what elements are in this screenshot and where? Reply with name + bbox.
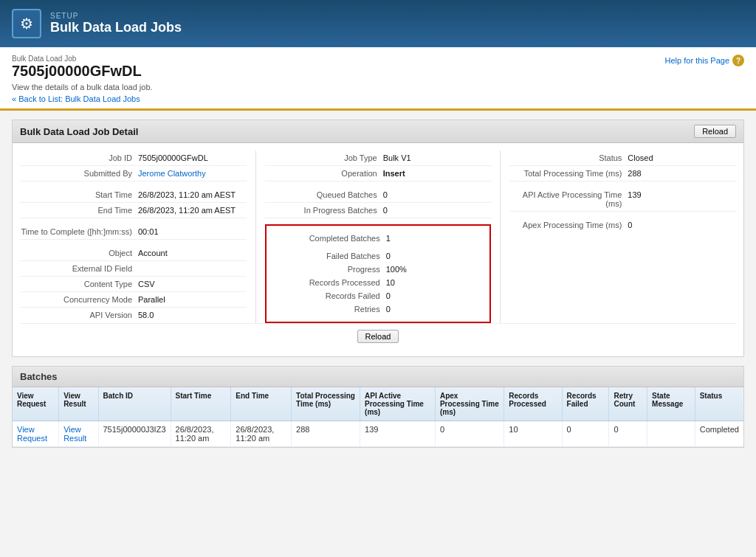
object-label: Object xyxy=(20,249,138,257)
right-column: Status Closed Total Processing Time (ms)… xyxy=(501,151,736,323)
concurrency-mode-value: Parallel xyxy=(138,295,165,304)
cell-batch-id: 7515j00000J3IZ3 xyxy=(98,421,171,447)
end-time-label: End Time xyxy=(20,206,138,215)
time-to-complete-row: Time to Complete ([hh:]mm:ss) 00:01 xyxy=(20,224,247,240)
operation-label: Operation xyxy=(265,169,383,178)
batches-tbody: View Request View Result 7515j00000J3IZ3… xyxy=(13,421,743,447)
records-failed-label: Records Failed xyxy=(275,291,386,300)
total-processing-time-value: 288 xyxy=(628,169,641,178)
api-active-processing-time-label: API Active Processing Time (ms) xyxy=(509,190,628,208)
completed-batches-label: Completed Batches xyxy=(275,234,386,243)
col-start-time: Start Time xyxy=(171,387,231,421)
completed-batches-row: Completed Batches 1 xyxy=(275,232,481,245)
api-version-row: API Version 58.0 xyxy=(20,308,247,322)
api-version-label: API Version xyxy=(20,311,138,319)
submitted-by-link[interactable]: Jerome Clatworthy xyxy=(138,169,206,178)
records-processed-label: Records Processed xyxy=(275,278,386,287)
apex-processing-time-value: 0 xyxy=(628,221,632,229)
start-time-value: 26/8/2023, 11:20 am AEST xyxy=(138,190,236,199)
content-type-label: Content Type xyxy=(20,280,138,288)
col-view-result: View Result xyxy=(59,387,98,421)
center-reload: Reload xyxy=(20,323,736,349)
completed-batches-value: 1 xyxy=(386,234,391,243)
api-active-processing-time-value: 139 xyxy=(628,190,641,199)
highlight-box: Completed Batches 1 Failed Batches 0 Pro… xyxy=(265,224,492,323)
submitted-by-value: Jerome Clatworthy xyxy=(138,169,206,178)
content-type-row: Content Type CSV xyxy=(20,277,247,292)
object-row: Object Account xyxy=(20,246,247,261)
cell-apex-processing-time: 0 xyxy=(435,421,504,447)
cell-state-message xyxy=(647,421,695,447)
job-type-label: Job Type xyxy=(265,153,383,162)
cell-status: Completed xyxy=(695,421,743,447)
object-value: Account xyxy=(138,249,168,257)
in-progress-batches-label: In Progress Batches xyxy=(265,206,383,215)
gear-icon: ⚙ xyxy=(20,15,33,32)
submitted-by-row: Submitted By Jerome Clatworthy xyxy=(20,166,247,181)
failed-batches-row: Failed Batches 0 xyxy=(275,249,481,263)
col-total-processing-time: Total Processing Time (ms) xyxy=(292,387,360,421)
cell-records-processed: 10 xyxy=(504,421,562,447)
reload-button-bottom[interactable]: Reload xyxy=(357,330,399,343)
col-end-time: End Time xyxy=(231,387,292,421)
main-content: Bulk Data Load Job Detail Reload Job ID … xyxy=(0,111,756,466)
external-id-row: External ID Field xyxy=(20,261,247,277)
time-to-complete-value: 00:01 xyxy=(138,227,159,236)
total-processing-time-label: Total Processing Time (ms) xyxy=(509,169,628,178)
operation-value: Insert xyxy=(383,169,405,178)
failed-batches-value: 0 xyxy=(386,252,391,260)
breadcrumb-right: Help for this Page ? xyxy=(665,55,744,66)
header-title: Bulk Data Load Jobs xyxy=(50,20,182,35)
queued-batches-label: Queued Batches xyxy=(265,190,383,199)
retries-row: Retries 0 xyxy=(275,302,481,316)
left-column: Job ID 7505j00000GFwDL Submitted By Jero… xyxy=(20,151,256,323)
end-time-row: End Time 26/8/2023, 11:20 am AEST xyxy=(20,203,247,218)
breadcrumb-left: Bulk Data Load Job 7505j00000GFwDL xyxy=(12,55,142,80)
col-records-processed: Records Processed xyxy=(504,387,562,421)
detail-layout: Job ID 7505j00000GFwDL Submitted By Jero… xyxy=(20,151,736,323)
help-link-text: Help for this Page xyxy=(665,56,729,65)
reload-button-top[interactable]: Reload xyxy=(694,125,736,138)
concurrency-mode-label: Concurrency Mode xyxy=(20,295,138,304)
records-failed-row: Records Failed 0 xyxy=(275,289,481,302)
api-active-processing-time-row: API Active Processing Time (ms) 139 xyxy=(509,187,736,212)
progress-value: 100% xyxy=(386,265,407,274)
header-icon: ⚙ xyxy=(12,9,41,38)
col-status: Status xyxy=(695,387,743,421)
help-link[interactable]: Help for this Page ? xyxy=(665,55,744,66)
queued-batches-value: 0 xyxy=(383,190,388,199)
view-result-link[interactable]: View Result xyxy=(63,425,86,443)
cell-records-failed: 0 xyxy=(562,421,609,447)
retries-value: 0 xyxy=(386,305,391,314)
breadcrumb-parent-label: Bulk Data Load Job xyxy=(12,55,142,63)
start-time-label: Start Time xyxy=(20,190,138,199)
help-icon: ? xyxy=(732,55,744,66)
queued-batches-row: Queued Batches 0 xyxy=(265,187,492,203)
records-processed-row: Records Processed 10 xyxy=(275,276,481,289)
view-request-link[interactable]: View Request xyxy=(17,425,47,443)
failed-batches-label: Failed Batches xyxy=(275,252,386,260)
batches-title: Batches xyxy=(20,371,58,382)
batches-table: View Request View Result Batch ID Start … xyxy=(13,387,743,447)
total-processing-time-row: Total Processing Time (ms) 288 xyxy=(509,166,736,181)
col-batch-id: Batch ID xyxy=(98,387,171,421)
job-type-value: Bulk V1 xyxy=(383,153,411,162)
col-records-failed: Records Failed xyxy=(562,387,609,421)
apex-processing-time-row: Apex Processing Time (ms) 0 xyxy=(509,218,736,232)
cell-retry-count: 0 xyxy=(609,421,647,447)
external-id-label: External ID Field xyxy=(20,264,138,273)
progress-row: Progress 100% xyxy=(275,263,481,276)
batches-table-container: View Request View Result Batch ID Start … xyxy=(13,387,743,447)
section-title: Bulk Data Load Job Detail xyxy=(20,126,138,137)
header: ⚙ SETUP Bulk Data Load Jobs xyxy=(0,0,756,47)
in-progress-batches-row: In Progress Batches 0 xyxy=(265,203,492,218)
back-link[interactable]: « Back to List: Bulk Data Load Jobs xyxy=(12,94,140,103)
col-state-message: State Message xyxy=(647,387,695,421)
header-text: SETUP Bulk Data Load Jobs xyxy=(50,12,182,35)
status-value: Closed xyxy=(628,153,653,162)
middle-column: Job Type Bulk V1 Operation Insert Queued… xyxy=(256,151,501,323)
batches-section: Batches View Request View Result Batch I… xyxy=(12,366,744,448)
cell-start-time: 26/8/2023, 11:20 am xyxy=(171,421,231,447)
cell-end-time: 26/8/2023, 11:20 am xyxy=(231,421,292,447)
cell-total-processing-time: 288 xyxy=(292,421,360,447)
